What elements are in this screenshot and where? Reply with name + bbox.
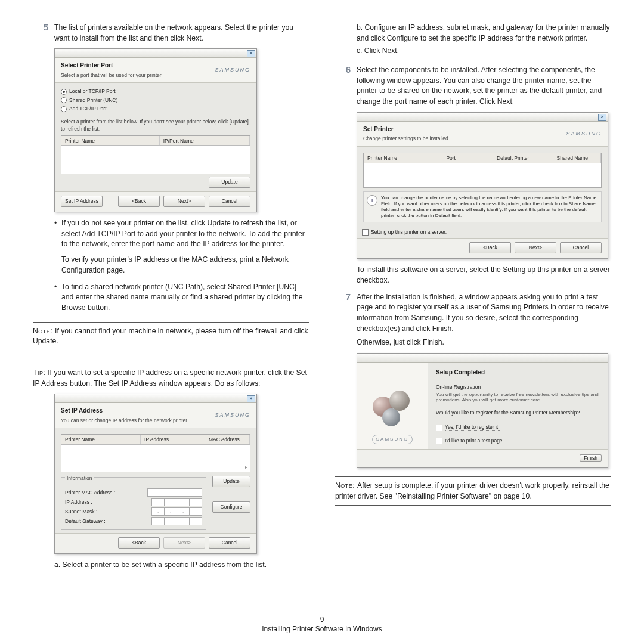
sub-a: a. Select a printer to be set with a spe…: [33, 560, 309, 571]
radio-local-tcpip[interactable]: Local or TCP/IP Port: [61, 88, 250, 95]
info-icon: i: [367, 195, 377, 206]
note-firewall: Note: If you cannot find your machine in…: [33, 326, 309, 347]
col-shared: Shared Name: [553, 153, 601, 163]
samsung-logo: SAMSUNG: [372, 435, 413, 444]
dialog-title: Set IP Address: [61, 407, 103, 414]
checkbox-testpage[interactable]: I'd like to print a test page.: [436, 432, 600, 445]
next-button: Next>: [163, 537, 205, 549]
close-icon[interactable]: ×: [247, 395, 255, 402]
cancel-button[interactable]: Cancel: [209, 537, 250, 549]
after-step6-text: To install this software on a server, se…: [335, 265, 611, 286]
dialog-title: Set Printer: [363, 126, 394, 132]
info-legend: Information: [65, 475, 94, 481]
set-printer-table[interactable]: Printer Name Port Default Printer Shared…: [363, 153, 602, 188]
server-checkbox[interactable]: [362, 229, 369, 236]
samsung-logo: SAMSUNG: [566, 130, 602, 138]
note-reinstall: Note: After setup is complete, if your p…: [335, 481, 611, 501]
step-5: 5 The list of printers available on the …: [33, 23, 309, 44]
update-button[interactable]: Update: [209, 177, 250, 188]
step-7: 7 After the installation is finished, a …: [335, 292, 611, 335]
step-7-otherwise: Otherwise, just click Finish.: [335, 338, 611, 348]
dialog-subtitle: Change printer settings to be installed.: [363, 135, 450, 142]
step-6: 6 Select the components to be installed.…: [335, 65, 611, 107]
col-default: Default Printer: [493, 153, 553, 163]
ip-printer-table[interactable]: Printer Name IP Address MAC Address ▸: [61, 434, 250, 472]
membership-question: Would you like to register for the Samsu…: [436, 409, 600, 416]
dialog-subtitle: Select a port that will be used for your…: [61, 72, 163, 79]
step-6-text: Select the components to be installed. A…: [357, 65, 611, 107]
printer-table[interactable]: Printer Name IP/Port Name: [61, 135, 250, 174]
col-ip: IP Address: [141, 435, 205, 444]
bullet-update: •If you do not see your printer on the l…: [54, 218, 309, 250]
sub-b: b. Configure an IP address, subnet mask,…: [335, 23, 611, 44]
sub-c: c. Click Next.: [335, 46, 611, 57]
info-note: i You can change the printer name by sel…: [363, 191, 602, 222]
step-7-text: After the installation is finished, a wi…: [357, 292, 611, 335]
online-reg-heading: On-line Registration: [436, 383, 600, 391]
dialog-subtitle: You can set or change IP address for the…: [61, 417, 188, 424]
checkbox-register[interactable]: Yes, I'd like to register it.: [436, 422, 600, 432]
label-gateway: Default Gateway :: [65, 518, 106, 525]
radio-add-tcpip[interactable]: Add TCP/IP Port: [61, 105, 250, 112]
col-port: Port: [442, 153, 493, 163]
bullet-update-extra: To verify your printer's IP address or t…: [54, 255, 309, 275]
step-5-text: The list of printers available on the ne…: [54, 23, 309, 44]
page-number: 9: [0, 615, 644, 624]
finish-button[interactable]: Finish: [580, 454, 602, 462]
footer-title: Installing Printer Software in Windows: [0, 625, 644, 633]
cancel-button[interactable]: Cancel: [560, 242, 602, 253]
back-button[interactable]: <Back: [469, 242, 511, 253]
dialog-titlebar: ×: [55, 49, 256, 58]
set-ip-button[interactable]: Set IP Address: [61, 196, 103, 207]
back-button[interactable]: <Back: [118, 537, 160, 549]
step-5-number: 5: [33, 23, 54, 44]
samsung-logo: SAMSUNG: [215, 66, 250, 74]
bullet-unc: •To find a shared network printer (UNC P…: [54, 282, 309, 314]
server-checkbox-row[interactable]: Setting up this printer on a server.: [357, 226, 608, 238]
dialog-hint: Select a printer from the list below. If…: [61, 118, 250, 133]
next-button[interactable]: Next>: [515, 242, 556, 253]
dialog-set-ip: × Set IP Address You can set or change I…: [54, 394, 257, 554]
tip-set-ip: Tip: If you want to set a specific IP ad…: [33, 368, 309, 389]
dialog-title: Select Printer Port: [61, 62, 113, 69]
label-subnet: Subnet Mask :: [65, 508, 97, 515]
configure-button[interactable]: Configure: [212, 501, 250, 513]
col-mac: MAC Address: [205, 435, 250, 444]
back-button[interactable]: <Back: [118, 196, 160, 207]
samsung-logo: SAMSUNG: [215, 411, 250, 419]
setup-completed-title: Setup Completed: [436, 369, 600, 377]
online-reg-text: You will get the opportunity to receive …: [436, 392, 600, 403]
col-ip-port: IP/Port Name: [160, 136, 250, 145]
col-printer-name: Printer Name: [61, 136, 160, 145]
col-printer-name: Printer Name: [61, 435, 141, 444]
label-ip: IP Address :: [65, 499, 92, 506]
update-button[interactable]: Update: [212, 476, 250, 487]
dialog-set-printer: × Set Printer Change printer settings to…: [357, 112, 608, 259]
dialog-select-printer-port: × Select Printer Port Select a port that…: [54, 48, 257, 212]
dialog-setup-completed: SAMSUNG Setup Completed On-line Registra…: [357, 353, 608, 468]
step-7-number: 7: [335, 292, 357, 335]
close-icon[interactable]: ×: [247, 50, 255, 57]
right-column: b. Configure an IP address, subnet mask,…: [322, 23, 611, 571]
radio-shared-unc[interactable]: Shared Printer (UNC): [61, 97, 250, 104]
column-divider: [321, 23, 321, 523]
completed-graphic: SAMSUNG: [357, 363, 428, 449]
col-printer-name: Printer Name: [364, 153, 442, 163]
page-footer: 9 Installing Printer Software in Windows: [0, 615, 644, 633]
next-button[interactable]: Next>: [163, 196, 205, 207]
close-icon[interactable]: ×: [598, 114, 606, 121]
label-mac: Printer MAC Address :: [65, 489, 115, 496]
cancel-button[interactable]: Cancel: [209, 196, 250, 207]
step-6-number: 6: [335, 65, 357, 107]
left-column: 5 The list of printers available on the …: [33, 23, 322, 571]
